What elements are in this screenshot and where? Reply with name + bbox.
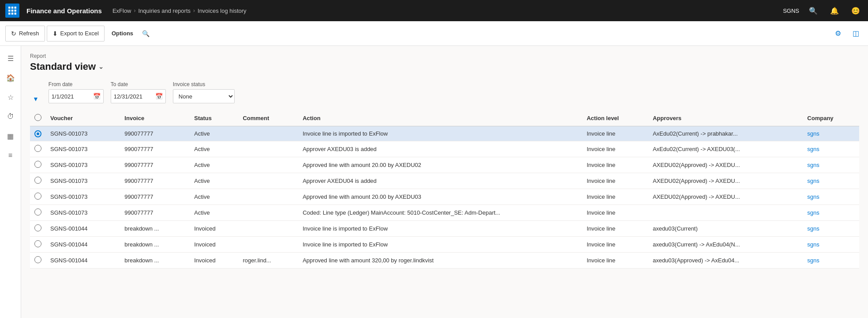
filter-icon-btn[interactable]: ▼: [30, 95, 41, 103]
invoice-status-group: Invoice status None Active Invoiced: [173, 81, 235, 103]
row-radio[interactable]: [34, 193, 41, 200]
table-row[interactable]: SGNS-001073 990077777 Active Invoice lin…: [30, 126, 859, 141]
cell-company[interactable]: sgns: [803, 141, 859, 157]
notifications-icon-btn[interactable]: 🔔: [827, 4, 842, 18]
cell-voucher: SGNS-001073: [46, 157, 120, 173]
cell-status: Active: [190, 189, 238, 205]
to-date-input-wrapper[interactable]: 📅: [111, 89, 166, 103]
app-grid-button[interactable]: [5, 4, 19, 18]
main-layout: ☰ 🏠 ☆ ⏱ ▦ ≡ Report Standard view ⌄ ▼ Fro…: [0, 46, 868, 318]
row-radio[interactable]: [34, 130, 41, 137]
cell-company[interactable]: sgns: [803, 157, 859, 173]
table-row[interactable]: SGNS-001073 990077777 Active Approved li…: [30, 157, 859, 173]
svg-rect-7: [11, 13, 14, 15]
cell-action: Coded: Line type (Ledger) MainAccount: 5…: [298, 205, 582, 221]
breadcrumb-item-3[interactable]: Invoices log history: [198, 8, 247, 14]
cell-invoice: breakdown ...: [120, 253, 190, 269]
cell-company[interactable]: sgns: [803, 221, 859, 237]
from-date-group: From date 📅: [49, 81, 104, 103]
cell-select[interactable]: [30, 205, 46, 221]
row-radio[interactable]: [34, 161, 41, 168]
cell-select[interactable]: [30, 221, 46, 237]
cell-select[interactable]: [30, 141, 46, 157]
from-date-input-wrapper[interactable]: 📅: [49, 89, 104, 103]
table-row[interactable]: SGNS-001073 990077777 Active Coded: Line…: [30, 205, 859, 221]
cell-select[interactable]: [30, 237, 46, 253]
select-all-checkbox[interactable]: [34, 114, 41, 121]
export-to-excel-button[interactable]: ⬇ Export to Excel: [47, 26, 105, 42]
cell-voucher: SGNS-001044: [46, 221, 120, 237]
th-comment[interactable]: Comment: [238, 110, 298, 126]
row-radio[interactable]: [34, 240, 41, 247]
from-date-calendar-icon[interactable]: 📅: [93, 93, 101, 100]
table-row[interactable]: SGNS-001044 breakdown ... Invoiced Invoi…: [30, 237, 859, 253]
row-radio[interactable]: [34, 224, 41, 231]
report-label: Report: [30, 53, 859, 59]
breadcrumb: ExFlow › Inquiries and reports › Invoice…: [112, 8, 247, 14]
refresh-label: Refresh: [19, 30, 39, 37]
breadcrumb-item-1[interactable]: ExFlow: [112, 8, 131, 14]
user-avatar-btn[interactable]: 😊: [849, 4, 863, 18]
toolbar-search[interactable]: 🔍: [142, 30, 150, 37]
cell-company[interactable]: sgns: [803, 189, 859, 205]
cell-company[interactable]: sgns: [803, 173, 859, 189]
breadcrumb-sep-2: ›: [193, 8, 195, 14]
th-action-level[interactable]: Action level: [582, 110, 648, 126]
sidebar-home-btn[interactable]: 🏠: [2, 69, 19, 87]
refresh-button[interactable]: ↻ Refresh: [5, 26, 45, 42]
th-status[interactable]: Status: [190, 110, 238, 126]
cell-select[interactable]: [30, 253, 46, 269]
table-row[interactable]: SGNS-001044 breakdown ... Invoiced Invoi…: [30, 221, 859, 237]
cell-select[interactable]: [30, 173, 46, 189]
th-action[interactable]: Action: [298, 110, 582, 126]
table-row[interactable]: SGNS-001044 breakdown ... Invoiced roger…: [30, 253, 859, 269]
cell-select[interactable]: [30, 157, 46, 173]
sidebar: ☰ 🏠 ☆ ⏱ ▦ ≡: [0, 46, 21, 318]
to-date-calendar-icon[interactable]: 📅: [155, 93, 163, 100]
view-title-chevron[interactable]: ⌄: [98, 63, 104, 70]
table-row[interactable]: SGNS-001073 990077777 Active Approver AX…: [30, 141, 859, 157]
options-menu[interactable]: Options: [106, 26, 138, 42]
cell-company[interactable]: sgns: [803, 205, 859, 221]
cell-company[interactable]: sgns: [803, 253, 859, 269]
th-company[interactable]: Company: [803, 110, 859, 126]
cell-status: Invoiced: [190, 237, 238, 253]
svg-rect-1: [11, 7, 14, 9]
row-radio[interactable]: [34, 208, 41, 216]
cell-select[interactable]: [30, 126, 46, 141]
cell-approvers: [648, 205, 803, 221]
th-invoice[interactable]: Invoice: [120, 110, 190, 126]
sidebar-hamburger-btn[interactable]: ☰: [2, 49, 19, 67]
th-voucher[interactable]: Voucher: [46, 110, 120, 126]
top-nav: Finance and Operations ExFlow › Inquirie…: [0, 0, 868, 21]
sidebar-workspaces-btn[interactable]: ▦: [2, 127, 19, 145]
cell-invoice: 990077777: [120, 173, 190, 189]
cell-action-level: Invoice line: [582, 157, 648, 173]
cell-approvers: axedu03(Current): [648, 221, 803, 237]
search-icon-btn[interactable]: 🔍: [806, 4, 820, 18]
invoice-status-select[interactable]: None Active Invoiced: [173, 89, 235, 103]
cell-company[interactable]: sgns: [803, 126, 859, 141]
sidebar-recent-btn[interactable]: ⏱: [2, 108, 19, 125]
sidebar-favorites-btn[interactable]: ☆: [2, 88, 19, 106]
th-approvers[interactable]: Approvers: [648, 110, 803, 126]
row-radio[interactable]: [34, 177, 41, 184]
cell-select[interactable]: [30, 189, 46, 205]
from-date-input[interactable]: [52, 93, 91, 100]
export-icon: ⬇: [52, 30, 58, 37]
settings-icon-btn[interactable]: ⚙: [831, 26, 845, 41]
to-date-input[interactable]: [114, 93, 153, 100]
row-radio[interactable]: [34, 256, 41, 263]
cell-approvers: axedu03(Approved) -> AxEdu04...: [648, 253, 803, 269]
cell-action: Approver AXEDU04 is added: [298, 173, 582, 189]
row-radio[interactable]: [34, 145, 41, 152]
panel-icon-btn[interactable]: ◫: [849, 26, 863, 41]
svg-rect-0: [8, 7, 11, 9]
sidebar-modules-btn[interactable]: ≡: [2, 147, 19, 164]
cell-voucher: SGNS-001073: [46, 126, 120, 141]
cell-action-level: Invoice line: [582, 253, 648, 269]
cell-company[interactable]: sgns: [803, 237, 859, 253]
breadcrumb-item-2[interactable]: Inquiries and reports: [138, 8, 191, 14]
table-row[interactable]: SGNS-001073 990077777 Active Approver AX…: [30, 173, 859, 189]
table-row[interactable]: SGNS-001073 990077777 Active Approved li…: [30, 189, 859, 205]
